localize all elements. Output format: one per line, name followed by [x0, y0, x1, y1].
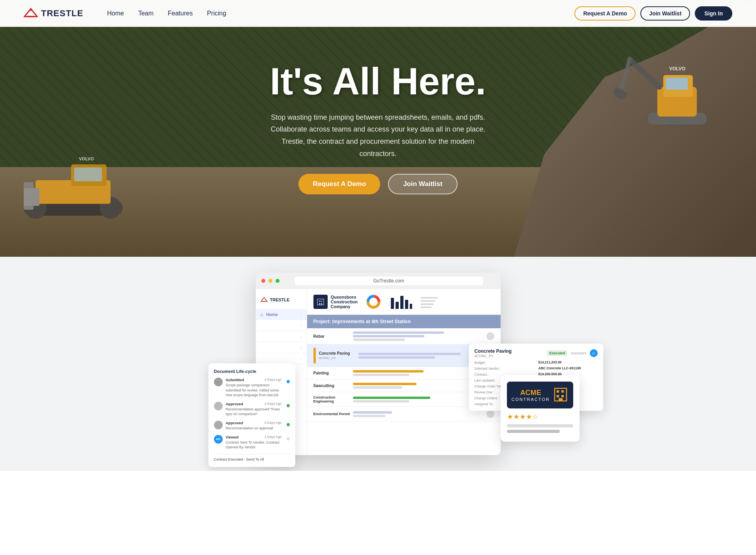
- lifecycle-content-3: Approved 5 Days Ago Recommendation on ap…: [226, 421, 282, 431]
- header-donut-chart: [364, 294, 383, 310]
- sidebar-item-5[interactable]: ›: [256, 353, 307, 364]
- row-bar-ep1: [353, 411, 392, 414]
- hero-join-waitlist-button[interactable]: Join Waitlist: [388, 174, 458, 194]
- sidebar-item-2[interactable]: ›: [256, 320, 307, 331]
- company-name: QueensboroConstructionCompany: [331, 295, 358, 309]
- sidebar-item-home[interactable]: ⌂ Home ›: [256, 309, 307, 320]
- lifecycle-dot-2: [287, 404, 290, 407]
- lifecycle-content-4: Viewed 1 Days Ago Contract Sent To Vendo…: [226, 435, 282, 450]
- row-name-env: Environmental Permit: [313, 412, 353, 416]
- nav-join-waitlist-button[interactable]: Join Waitlist: [640, 6, 690, 21]
- row-name-rebar: Rebar: [313, 334, 353, 339]
- detail-title: Concrete Paving 4CONC_PV: [475, 348, 512, 358]
- sidebar-item-4[interactable]: ›: [256, 342, 307, 353]
- app-sidebar-logo: TRESTLE: [256, 294, 307, 306]
- selected-vendor-label: Selected Vendor :: [475, 366, 534, 371]
- lifecycle-date-4: 1 Days Ago: [265, 435, 281, 439]
- row-name-painting: Painting: [313, 371, 353, 375]
- acme-card: ACME CONTRACTOR ★: [501, 375, 580, 442]
- svg-rect-25: [319, 303, 320, 305]
- acme-building-icon: [553, 386, 568, 404]
- browser-dot-green: [276, 279, 280, 283]
- svg-text:VOLVO: VOLVO: [669, 66, 685, 71]
- sidebar-item-3[interactable]: ›: [256, 331, 307, 342]
- navbar: TRESTLE Home Team Features Pricing Reque…: [0, 0, 756, 27]
- nav-features[interactable]: Features: [168, 10, 193, 17]
- sidebar-logo-icon: [261, 297, 268, 303]
- floating-cards-container: GoTrestle.com TRESTLE ⌂ Home ›: [161, 273, 595, 455]
- lifecycle-desc-1: Scope package comparison submitted for r…: [226, 383, 282, 398]
- lifecycle-item-submitted: Submitted 4 Days Ago Scope package compa…: [214, 378, 290, 398]
- chevron-icon-2: ›: [301, 324, 302, 327]
- row-bar-c1: [358, 353, 461, 355]
- row-circle-ep: [486, 410, 494, 418]
- browser-url: GoTrestle.com: [295, 277, 483, 285]
- lifecycle-footer-text: Contract Executed - Send To All: [214, 457, 264, 461]
- svg-rect-33: [400, 296, 403, 309]
- svg-rect-42: [561, 390, 564, 393]
- browser-bar: GoTrestle.com: [256, 273, 501, 289]
- company-icon: [313, 295, 328, 309]
- status-badge: Executed: [547, 350, 567, 356]
- lifecycle-dot-3: [287, 423, 290, 426]
- detail-header: Concrete Paving 4CONC_PV Executed 10/15/…: [475, 348, 598, 358]
- svg-line-9: [630, 59, 659, 87]
- svg-rect-23: [319, 301, 320, 302]
- header-bar-chart: [389, 294, 413, 310]
- svg-rect-26: [321, 303, 322, 305]
- nav-team[interactable]: Team: [138, 10, 154, 17]
- browser-dot-red: [261, 279, 265, 283]
- chevron-icon-3: ›: [301, 335, 302, 339]
- svg-rect-35: [410, 304, 412, 309]
- row-bar-s2: [353, 386, 402, 389]
- excavator-decoration: VOLVO: [598, 20, 717, 138]
- project-banner: Project: Improvements at 4th Street Stat…: [307, 315, 501, 328]
- selected-vendor-value: ABC Concrete LLC-001199: [538, 366, 598, 371]
- row-name-concrete: Concrete Paving4CONC_PV: [319, 351, 358, 360]
- lifecycle-status-4: Viewed: [226, 435, 239, 439]
- row-bar-c2: [358, 356, 435, 359]
- svg-rect-32: [396, 302, 399, 309]
- nav-request-demo-button[interactable]: Request A Demo: [574, 6, 636, 21]
- bulldozer-decoration: VOLVO: [24, 152, 134, 225]
- lifecycle-dot-4: [287, 437, 290, 440]
- row-bar-s1: [353, 383, 416, 385]
- detail-code: 4CONC_PV: [475, 354, 512, 358]
- row-bar-ep2: [353, 415, 386, 417]
- home-icon: ⌂: [261, 312, 263, 317]
- svg-text:VOLVO: VOLVO: [79, 156, 94, 161]
- acme-title: ACME: [512, 389, 550, 397]
- detail-title-text: Concrete Paving: [475, 348, 512, 354]
- svg-rect-41: [557, 390, 559, 393]
- svg-rect-45: [559, 398, 563, 401]
- company-logo-block: QueensboroConstructionCompany: [313, 295, 358, 309]
- svg-rect-34: [405, 300, 408, 309]
- hero-request-demo-button[interactable]: Request A Demo: [298, 174, 380, 194]
- lifecycle-status-3: Approved: [226, 421, 243, 425]
- detail-check-icon: ✓: [590, 349, 598, 357]
- sidebar-home-label: Home: [266, 312, 278, 317]
- svg-rect-22: [317, 299, 324, 305]
- row-name-const-eng: Construction Engineering: [313, 395, 353, 403]
- svg-rect-24: [321, 301, 322, 302]
- row-bars-2: [358, 353, 486, 359]
- nav-sign-in-button[interactable]: Sign In: [695, 6, 732, 21]
- logo-icon: [24, 8, 38, 19]
- lifecycle-item-viewed: AD Viewed 1 Days Ago Contract Sent To Ve…: [214, 435, 290, 450]
- row-bar-p2: [353, 374, 409, 376]
- svg-rect-43: [557, 395, 559, 397]
- svg-rect-7: [666, 78, 688, 90]
- nav-home[interactable]: Home: [107, 10, 124, 17]
- lifecycle-item-approved2: Approved 5 Days Ago Recommendation on ap…: [214, 421, 290, 431]
- nav-pricing[interactable]: Pricing: [207, 10, 226, 17]
- budget-label: Budget :: [475, 360, 534, 365]
- svg-rect-44: [561, 395, 564, 397]
- svg-rect-16: [74, 167, 102, 181]
- row-bars-6: [353, 411, 483, 417]
- row-circle: [486, 332, 494, 340]
- row-bar-e1: [353, 397, 431, 399]
- lifecycle-desc-4: Contract Sent To Vendor, Contract Opened…: [226, 440, 282, 450]
- lifecycle-avatar-2: [214, 402, 223, 410]
- row-bar-2: [353, 335, 425, 337]
- lifecycle-content-2: Approved 4 Days Ago Recommendation appro…: [226, 402, 282, 417]
